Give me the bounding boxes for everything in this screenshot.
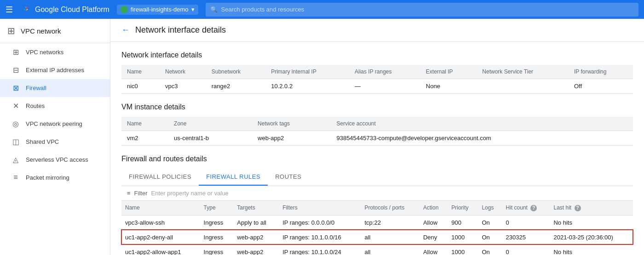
sidebar: ⊞ VPC network ⊞ VPC networks ⊟ External … [0,19,110,255]
firewall-routes-title: Firewall and routes details [121,155,633,163]
firewall-header-row: Name Type Targets Filters Protocols / po… [121,201,633,215]
tab-firewall-policies[interactable]: FIREWALL POLICIES [121,169,199,186]
main-content: ← Network interface details Network inte… [110,19,644,255]
vm-col-name: Name [121,117,168,131]
fw-action: Deny [420,230,448,244]
nic-primary-ip: 10.2.0.2 [265,79,349,94]
firewall-icon: ⊠ [11,84,20,92]
fw-name: uc1-app2-allow-app1 [121,244,200,255]
fw-action: Allow [420,215,448,230]
vm-header-row: Name Zone Network tags Service account [121,117,633,131]
project-icon [121,6,128,13]
col-network: Network [160,65,206,79]
vpc-networks-icon: ⊞ [11,48,20,57]
sidebar-item-routes[interactable]: ✕ Routes [0,97,110,115]
fw-col-type: Type [200,201,234,215]
fw-lasthit: 2021-03-25 (20:36:00) [550,230,633,244]
col-subnetwork: Subnetwork [206,65,265,79]
shared-vpc-icon: ◫ [11,137,20,146]
nic-service-tier [477,79,569,94]
fw-hitcount: 0 [502,244,550,255]
vm-name: vm2 [121,131,168,146]
hitcount-help-icon[interactable]: ? [530,205,537,211]
sidebar-label-firewall: Firewall [26,85,46,91]
tab-routes[interactable]: ROUTES [268,169,309,186]
fw-col-lasthit: Last hit ? [550,201,633,215]
fw-filters: IP ranges: 10.1.0.0/24 [279,244,361,255]
col-primary-ip: Primary internal IP [265,65,349,79]
nic-name: nic0 [121,79,160,94]
hamburger-icon[interactable]: ☰ [6,5,13,15]
vm-instance-title: VM instance details [121,103,633,111]
vm-col-network-tags: Network tags [252,117,331,131]
page-title: Network interface details [135,25,226,35]
fw-lasthit: No hits [550,244,633,255]
firewall-rule-row: uc1-app2-deny-allIngressweb-app2IP range… [121,230,633,244]
sidebar-item-serverless-vpc[interactable]: ◬ Serverless VPC access [0,151,110,169]
sidebar-item-external-ip[interactable]: ⊟ External IP addresses [0,61,110,79]
vm-col-service-account: Service account [331,117,633,131]
fw-protocols: all [361,244,419,255]
firewall-tabs: FIREWALL POLICIES FIREWALL RULES ROUTES [121,169,633,186]
topbar: ☰ Google Cloud Platform firewall-insight… [0,0,644,19]
nic-external-ip: None [420,79,477,94]
external-ip-icon: ⊟ [11,66,20,74]
fw-targets: web-app2 [233,230,279,244]
vm-instance-table: Name Zone Network tags Service account v… [121,117,633,146]
sidebar-item-firewall[interactable]: ⊠ Firewall [0,79,110,97]
page-header: ← Network interface details [110,19,644,42]
fw-type: Ingress [200,215,234,230]
vm-instance-section: VM instance details Name Zone Network ta… [121,103,633,146]
fw-col-hitcount: Hit count ? [502,201,550,215]
fw-col-protocols: Protocols / ports [361,201,419,215]
firewall-rule-row: vpc3-allow-sshIngressApply to allIP rang… [121,215,633,230]
sidebar-label-routes: Routes [26,102,45,109]
col-external-ip: External IP [420,65,477,79]
fw-priority: 1000 [448,230,478,244]
nic-alias-ip: — [349,79,420,94]
fw-col-filters: Filters [279,201,361,215]
vm-instance-row: vm2 us-central1-b web-app2 938545445733-… [121,131,633,146]
fw-action: Allow [420,244,448,255]
gcp-logo-icon [20,4,31,15]
fw-type: Ingress [200,244,234,255]
sidebar-label-vpc-networks: VPC networks [26,49,63,56]
vpc-header-icon: ⊞ [7,25,15,36]
back-button[interactable]: ← [121,25,130,35]
sidebar-label-packet-mirroring: Packet mirroring [26,174,69,181]
sidebar-item-vpc-peering[interactable]: ◎ VPC network peering [0,115,110,133]
vm-network-tags: web-app2 [252,131,331,146]
tab-firewall-rules[interactable]: FIREWALL RULES [199,169,268,186]
network-interface-table: Name Network Subnetwork Primary internal… [121,65,633,94]
col-name: Name [121,65,160,79]
sidebar-item-shared-vpc[interactable]: ◫ Shared VPC [0,133,110,151]
fw-targets: Apply to all [233,215,279,230]
col-network-service-tier: Network Service Tier [477,65,569,79]
fw-col-priority: Priority [448,201,478,215]
filter-input[interactable] [151,190,627,197]
content-area: Network interface details Name Network S… [110,42,644,255]
fw-hitcount: 230325 [502,230,550,244]
fw-col-targets: Targets [233,201,279,215]
sidebar-item-packet-mirroring[interactable]: ≡ Packet mirroring [0,169,110,186]
nic-ip-forwarding: Off [569,79,633,94]
network-interface-header-row: Name Network Subnetwork Primary internal… [121,65,633,79]
app-logo: Google Cloud Platform [20,4,109,15]
col-ip-forwarding: IP forwarding [569,65,633,79]
sidebar-label-external-ip: External IP addresses [26,67,84,74]
search-bar[interactable]: 🔍 [206,3,638,17]
search-input[interactable] [221,6,634,13]
filter-icon: ≡ [127,190,131,197]
sidebar-label-serverless-vpc: Serverless VPC access [26,156,88,163]
fw-col-action: Action [420,201,448,215]
fw-logs: On [478,244,502,255]
filter-label: Filter [134,190,148,197]
sidebar-item-vpc-networks[interactable]: ⊞ VPC networks [0,43,110,61]
lasthit-help-icon[interactable]: ? [575,205,581,211]
fw-protocols: tcp:22 [361,215,419,230]
col-alias-ip: Alias IP ranges [349,65,420,79]
packet-mirroring-icon: ≡ [11,173,20,181]
project-selector[interactable]: firewall-insights-demo ▾ [117,5,198,15]
sidebar-title: VPC network [21,27,61,35]
serverless-vpc-icon: ◬ [11,155,20,164]
